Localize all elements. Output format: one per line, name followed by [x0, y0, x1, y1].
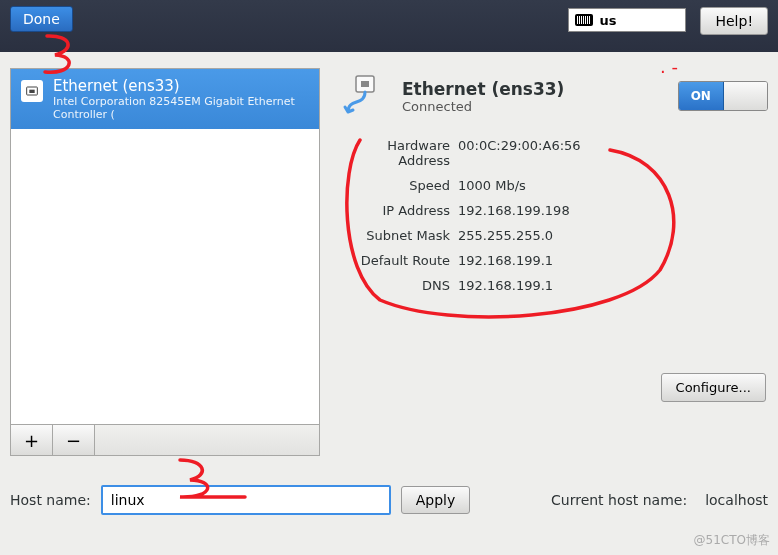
hostname-input[interactable] — [101, 485, 391, 515]
connection-toggle[interactable]: ON — [678, 81, 768, 111]
subnet-mask-value: 255.255.255.0 — [458, 228, 768, 243]
default-route-label: Default Route — [340, 253, 450, 268]
keyboard-layout-label: us — [599, 13, 616, 28]
ip-address-value: 192.168.199.198 — [458, 203, 768, 218]
speed-value: 1000 Mb/s — [458, 178, 768, 193]
connection-title: Ethernet (ens33) — [402, 79, 564, 99]
add-device-button[interactable]: + — [11, 425, 53, 455]
speed-label: Speed — [340, 178, 450, 193]
watermark-text: @51CTO博客 — [694, 532, 770, 549]
svg-rect-1 — [29, 90, 34, 93]
done-button[interactable]: Done — [10, 6, 73, 32]
device-pane: Ethernet (ens33) Intel Corporation 82545… — [10, 68, 320, 456]
configure-button[interactable]: Configure... — [661, 373, 766, 402]
help-button[interactable]: Help! — [700, 7, 768, 35]
device-name: Ethernet (ens33) — [53, 77, 309, 95]
current-hostname-label: Current host name: — [551, 492, 687, 508]
keyboard-icon — [575, 14, 593, 26]
apply-button[interactable]: Apply — [401, 486, 471, 514]
connection-status: Connected — [402, 99, 564, 114]
current-hostname-value: localhost — [705, 492, 768, 508]
toggle-knob — [724, 82, 768, 110]
toggle-on-label: ON — [679, 82, 724, 110]
details-pane: Ethernet (ens33) Connected ON Hardware A… — [340, 68, 768, 456]
remove-device-button[interactable]: − — [53, 425, 95, 455]
ethernet-icon — [21, 80, 43, 102]
keyboard-layout-indicator[interactable]: us — [568, 8, 686, 32]
subnet-mask-label: Subnet Mask — [340, 228, 450, 243]
list-item[interactable]: Ethernet (ens33) Intel Corporation 82545… — [11, 69, 319, 129]
hardware-address-label: Hardware Address — [340, 138, 450, 168]
ip-address-label: IP Address — [340, 203, 450, 218]
dns-label: DNS — [340, 278, 450, 293]
ethernet-icon — [340, 72, 388, 120]
hardware-address-value: 00:0C:29:00:A6:56 — [458, 138, 768, 168]
svg-rect-3 — [361, 81, 369, 87]
toolbar-filler — [95, 425, 319, 455]
hostname-label: Host name: — [10, 492, 91, 508]
device-description: Intel Corporation 82545EM Gigabit Ethern… — [53, 95, 309, 121]
default-route-value: 192.168.199.1 — [458, 253, 768, 268]
dns-value: 192.168.199.1 — [458, 278, 768, 293]
device-list[interactable]: Ethernet (ens33) Intel Corporation 82545… — [10, 68, 320, 425]
